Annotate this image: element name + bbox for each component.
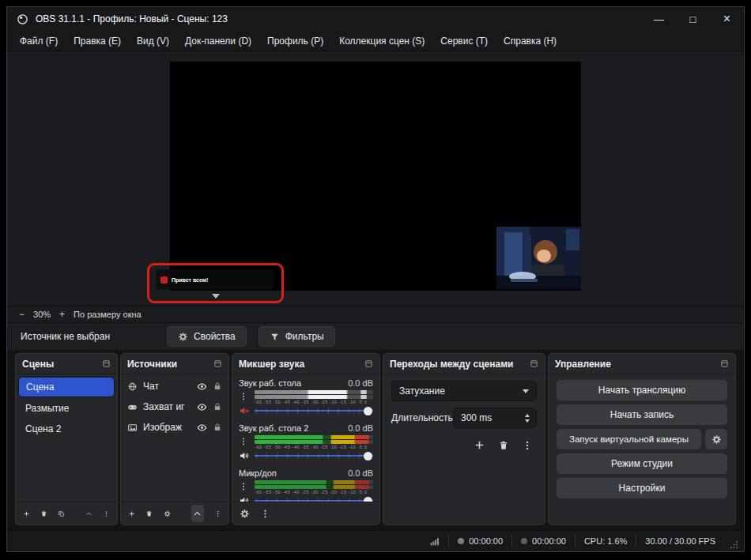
audio-meter bbox=[255, 395, 373, 399]
image-source-icon bbox=[127, 423, 138, 433]
scene-item[interactable]: Сцена bbox=[18, 377, 115, 397]
slider-handle[interactable] bbox=[364, 407, 372, 415]
fit-to-window-button[interactable]: По размеру окна bbox=[74, 310, 142, 319]
close-button[interactable]: × bbox=[710, 7, 744, 31]
duration-spinner[interactable]: 300 ms bbox=[453, 408, 537, 428]
minimize-button[interactable]: — bbox=[642, 7, 676, 31]
start-streaming-button[interactable]: Начать трансляцию bbox=[557, 380, 727, 400]
controls-dock-header: Управление bbox=[549, 354, 735, 374]
menu-view[interactable]: Вид (V) bbox=[129, 32, 177, 50]
transition-menu-button dots-icon[interactable] bbox=[522, 440, 533, 451]
spin-up-icon[interactable] bbox=[525, 414, 530, 417]
scene-item[interactable]: Размытие bbox=[18, 398, 115, 418]
remove-scene-button trash-icon[interactable] bbox=[40, 509, 47, 519]
fps-indicator: 30.00 / 30.00 FPS bbox=[636, 535, 724, 547]
volume-slider[interactable] bbox=[255, 451, 373, 461]
channel-menu-button dots-icon[interactable] bbox=[239, 437, 248, 446]
move-source-up-button[interactable] bbox=[191, 505, 204, 522]
menu-profile[interactable]: Профиль (P) bbox=[259, 32, 331, 50]
dock-popout-icon[interactable] bbox=[364, 359, 373, 368]
slider-handle[interactable] bbox=[364, 497, 372, 502]
menu-help[interactable]: Справка (H) bbox=[496, 32, 564, 50]
volume-slider[interactable] bbox=[255, 496, 373, 502]
sources-dock-header: Источники bbox=[121, 354, 228, 374]
start-recording-button[interactable]: Начать запись bbox=[557, 404, 727, 425]
mixer-menu-button dots-icon[interactable] bbox=[260, 509, 270, 519]
sources-list: Чат Захват иг Изображ bbox=[121, 374, 228, 502]
channel-menu-button dots-icon[interactable] bbox=[239, 482, 248, 491]
dock-popout-icon[interactable] bbox=[530, 359, 538, 368]
lock-toggle lock-icon[interactable] bbox=[213, 381, 222, 391]
recording-time: 00:00:00 bbox=[469, 536, 503, 546]
channel-menu-button dots-icon[interactable] bbox=[239, 392, 248, 401]
audio-meter bbox=[255, 485, 373, 489]
zoom-out-button[interactable]: − bbox=[19, 309, 25, 320]
settings-button[interactable]: Настройки bbox=[557, 478, 727, 498]
move-scene-up-button chevron-up-icon[interactable] bbox=[85, 509, 92, 519]
menu-edit[interactable]: Правка (E) bbox=[66, 32, 129, 50]
docks-area: Сцены Сцена Размытие Сцена 2 Источники bbox=[7, 350, 744, 530]
game-capture-icon bbox=[127, 402, 138, 412]
streaming-time: 00:00:00 bbox=[532, 536, 566, 546]
virtual-camera-settings-button[interactable] bbox=[705, 429, 727, 449]
mute-button speaker-icon[interactable] bbox=[239, 450, 250, 461]
sources-menu-button dots-icon[interactable] bbox=[214, 509, 221, 519]
visibility-toggle eye-icon[interactable] bbox=[197, 423, 207, 433]
webcam-source[interactable] bbox=[496, 227, 581, 289]
source-properties-button gear-icon[interactable] bbox=[164, 509, 171, 519]
spin-down-icon[interactable] bbox=[525, 419, 530, 423]
menu-scene-collection[interactable]: Коллекция сцен (S) bbox=[331, 32, 432, 50]
chat-overlay-source[interactable]: Привет всем! bbox=[156, 269, 274, 290]
visibility-toggle eye-icon[interactable] bbox=[197, 381, 207, 392]
mute-button speaker-muted-icon[interactable] bbox=[239, 405, 250, 416]
chat-badge-icon bbox=[160, 276, 168, 284]
transitions-dock-header: Переходы между сценами bbox=[383, 354, 545, 374]
duration-row: Длительность 300 ms bbox=[391, 408, 537, 428]
scenes-menu-button dots-icon[interactable] bbox=[103, 509, 110, 519]
mixer-title: Микшер звука bbox=[239, 359, 304, 370]
audio-meter bbox=[255, 435, 373, 439]
scenes-toolbar bbox=[16, 502, 117, 524]
duplicate-scene-button copy-icon[interactable] bbox=[58, 509, 65, 519]
scenes-title: Сцены bbox=[22, 359, 54, 370]
source-label: Чат bbox=[143, 381, 191, 392]
dock-popout-icon[interactable] bbox=[213, 359, 222, 368]
dock-popout-icon[interactable] bbox=[102, 359, 111, 368]
remove-source-button trash-icon[interactable] bbox=[145, 509, 153, 519]
dock-popout-icon[interactable] bbox=[720, 359, 729, 368]
preview-canvas[interactable] bbox=[170, 62, 581, 291]
add-scene-button plus-icon[interactable] bbox=[23, 509, 30, 519]
maximize-button[interactable]: □ bbox=[676, 7, 710, 31]
lock-toggle lock-icon[interactable] bbox=[213, 423, 222, 432]
menu-tools[interactable]: Сервис (T) bbox=[432, 32, 496, 50]
visibility-toggle eye-icon[interactable] bbox=[197, 402, 207, 412]
transition-select[interactable]: Затухание bbox=[391, 381, 537, 401]
zoom-in-button[interactable]: + bbox=[59, 309, 65, 320]
signal-bars-icon bbox=[429, 536, 440, 547]
lock-toggle lock-icon[interactable] bbox=[213, 402, 222, 412]
resize-grip-icon[interactable] bbox=[729, 539, 739, 550]
filters-button[interactable]: Фильтры bbox=[259, 326, 335, 347]
menu-docks[interactable]: Док-панели (D) bbox=[177, 32, 259, 50]
mute-button speaker-icon[interactable] bbox=[239, 495, 250, 502]
advanced-audio-button gear-icon[interactable] bbox=[240, 509, 250, 519]
add-source-button plus-icon[interactable] bbox=[128, 509, 135, 519]
source-item[interactable]: Чат bbox=[121, 376, 228, 397]
properties-button[interactable]: Свойства bbox=[167, 326, 247, 347]
volume-slider[interactable] bbox=[255, 406, 373, 416]
source-item[interactable]: Захват иг bbox=[121, 397, 228, 417]
source-handle-icon[interactable] bbox=[212, 294, 220, 299]
mixer-toolbar bbox=[232, 502, 379, 524]
studio-mode-button[interactable]: Режим студии bbox=[557, 453, 727, 474]
remove-transition-button trash-icon[interactable] bbox=[498, 440, 509, 451]
source-item[interactable]: Изображ bbox=[121, 417, 228, 438]
start-virtual-camera-button[interactable]: Запуск виртуальной камеры bbox=[557, 429, 701, 449]
scene-item[interactable]: Сцена 2 bbox=[18, 419, 115, 438]
slider-handle[interactable] bbox=[364, 452, 372, 460]
add-transition-button plus-icon[interactable] bbox=[474, 439, 485, 451]
chat-message: Привет всем! bbox=[172, 277, 208, 283]
menu-file[interactable]: Файл (F) bbox=[12, 32, 66, 50]
mixer-channel: Звук раб. стола 0.0 dB -60 -55 -50 -45 -… bbox=[232, 374, 379, 416]
gear-icon bbox=[711, 434, 722, 445]
obs-window: OBS 31.1.1 - Профиль: Новый - Сцены: 123… bbox=[6, 6, 745, 552]
